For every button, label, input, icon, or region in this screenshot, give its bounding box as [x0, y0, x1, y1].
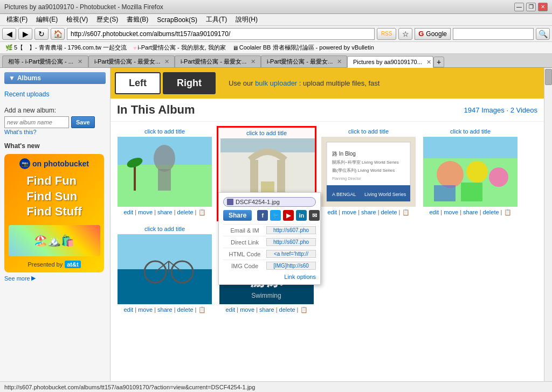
edit-link-5[interactable]: edit	[225, 306, 235, 313]
image-title-3[interactable]: click to add title	[423, 128, 518, 135]
delete-link-5[interactable]: delete	[279, 306, 295, 313]
tab-4[interactable]: Pictures by aa90109170... ✕	[347, 56, 433, 68]
email-im-value[interactable]: http://s607.pho	[266, 226, 316, 234]
ad-image: 🏖️🏔️🛍️	[9, 225, 100, 256]
back-button[interactable]: ◀	[2, 28, 16, 40]
img-code-value[interactable]: [IMG]http://s60	[266, 262, 316, 270]
image-title-0[interactable]: click to add title	[117, 128, 212, 135]
move-link-3[interactable]: move	[444, 209, 458, 215]
whats-new-title: What's new	[4, 142, 106, 150]
menu-file[interactable]: 檔案(F)	[2, 14, 32, 25]
tab-close-2[interactable]: ✕	[251, 58, 256, 65]
share-link-3[interactable]: share	[463, 209, 478, 215]
more-icon-3[interactable]: 📋	[504, 209, 512, 215]
tab-2[interactable]: i-Part愛情公寓 - 最愛女... ✕	[175, 55, 261, 67]
image-title-2[interactable]: click to add title	[321, 128, 416, 135]
twitter-icon[interactable]: 🐦	[270, 210, 281, 221]
close-button[interactable]: ✕	[538, 3, 548, 11]
scroll-thumb[interactable]	[545, 69, 552, 85]
menu-history[interactable]: 歷史(S)	[92, 14, 122, 25]
tab-1[interactable]: i-Part愛情公寓 - 最愛女... ✕	[88, 55, 175, 67]
menu-view[interactable]: 檢視(V)	[62, 14, 92, 25]
delete-link-4[interactable]: delete	[177, 306, 194, 313]
move-link-4[interactable]: move	[138, 306, 153, 313]
linkedin-icon[interactable]: in	[296, 210, 307, 221]
image-thumbnail-2[interactable]: 路 In Blog 關系列−科學室 Living World Series 廳(…	[321, 137, 416, 207]
right-nav-button[interactable]: Right	[163, 72, 216, 94]
tab-close-4[interactable]: ✕	[426, 59, 431, 66]
image-grid: click to add title edit | m	[111, 122, 544, 320]
menu-help[interactable]: 說明(H)	[231, 14, 262, 25]
bulk-uploader-link[interactable]: bulk uploader	[255, 79, 297, 87]
whats-this-link[interactable]: What's this?	[4, 129, 37, 135]
main-content: Left Right Use our bulk uploader : uploa…	[111, 68, 544, 381]
tab-close-3[interactable]: ✕	[337, 58, 342, 65]
edit-link-0[interactable]: edit	[123, 209, 133, 215]
scrollbar[interactable]	[544, 68, 552, 381]
album-stats: 1947 Images · 2 Videos	[464, 106, 537, 114]
left-nav-button[interactable]: Left	[115, 72, 161, 94]
more-icon-5[interactable]: 📋	[300, 306, 308, 313]
search-engine-button[interactable]: G Google	[415, 28, 451, 40]
more-icon-4[interactable]: 📋	[198, 306, 206, 313]
delete-link-0[interactable]: delete	[177, 209, 194, 215]
facebook-icon[interactable]: f	[257, 210, 268, 221]
menu-bookmarks[interactable]: 書籤(B)	[122, 14, 153, 25]
share-link-2[interactable]: share	[361, 209, 376, 215]
more-icon-0[interactable]: 📋	[198, 209, 206, 215]
move-link-2[interactable]: move	[342, 209, 356, 215]
email-im-row: Email & IM http://s607.pho	[223, 224, 316, 236]
bookmark-star[interactable]: ☆	[398, 28, 412, 40]
email-icon[interactable]: ✉	[309, 210, 320, 221]
svg-rect-25	[434, 185, 456, 201]
bookmark-item-coolaler[interactable]: 🖥 Coolaler BB 滑者極限討論區 - powered by vBull…	[229, 43, 377, 53]
tab-close-1[interactable]: ✕	[164, 58, 169, 65]
direct-link-value[interactable]: http://s607.pho	[266, 238, 316, 246]
new-album-input[interactable]	[4, 116, 69, 128]
link-options-link[interactable]: Link options	[223, 271, 316, 280]
image-thumbnail-0[interactable]	[118, 137, 212, 207]
delete-link-2[interactable]: delete	[381, 209, 397, 215]
tabs-bar: 相等 - i-Part愛情公寓 - ... ✕ i-Part愛情公寓 - 最愛女…	[0, 54, 552, 68]
bookmark-item-farm[interactable]: 🌿 5【 】- 青青農場 - 1796.com.tw 一起交流	[2, 43, 130, 53]
minimize-button[interactable]: —	[514, 3, 524, 11]
move-link-0[interactable]: move	[138, 209, 153, 215]
edit-link-3[interactable]: edit	[429, 209, 439, 215]
delete-link-3[interactable]: delete	[483, 209, 499, 215]
html-code-value[interactable]: <a href='http://	[266, 250, 316, 258]
edit-link-4[interactable]: edit	[123, 306, 133, 313]
tab-0[interactable]: 相等 - i-Part愛情公寓 - ... ✕	[2, 55, 88, 67]
save-album-button[interactable]: Save	[71, 116, 95, 128]
tab-close-0[interactable]: ✕	[78, 58, 82, 65]
share-link-5[interactable]: share	[259, 306, 274, 313]
bookmark-item-ipart[interactable]: ♥ i-Part愛情公寓 - 我的朋友, 我的家	[130, 43, 229, 53]
move-link-5[interactable]: move	[240, 306, 254, 313]
refresh-button[interactable]: ↻	[34, 28, 49, 40]
home-button[interactable]: 🏠	[51, 28, 65, 40]
share-link-4[interactable]: share	[157, 306, 172, 313]
ad-banner: 📷 on photobucket Find Fun Find Sun Find …	[4, 154, 104, 272]
tab-3[interactable]: i-Part愛情公寓 - 最愛女... ✕	[261, 55, 347, 67]
image-thumbnail-3[interactable]	[423, 137, 518, 207]
more-icon-2[interactable]: 📋	[402, 209, 410, 215]
address-bar[interactable]	[67, 28, 375, 40]
image-thumbnail-4[interactable]	[118, 234, 212, 304]
search-go-button[interactable]: 🔍	[536, 28, 550, 40]
rss-button[interactable]: RSS	[377, 28, 396, 40]
browser-content: ▼ Albums Recent uploads Add a new album:…	[0, 68, 552, 381]
menu-tools[interactable]: 工具(T)	[202, 14, 231, 25]
maximize-button[interactable]: ❐	[526, 3, 536, 11]
youtube-icon[interactable]: ▶	[283, 210, 294, 221]
new-tab-button[interactable]: +	[433, 57, 444, 67]
image-title-1[interactable]: click to add title	[220, 130, 313, 136]
share-button[interactable]: Share	[223, 210, 252, 221]
menu-edit[interactable]: 編輯(E)	[32, 14, 62, 25]
forward-button[interactable]: ▶	[18, 28, 32, 40]
image-title-4[interactable]: click to add title	[117, 226, 212, 232]
edit-link-2[interactable]: edit	[327, 209, 337, 215]
see-more-link[interactable]: See more ▶	[4, 275, 106, 282]
share-link-0[interactable]: share	[157, 209, 172, 215]
menu-scrapbook[interactable]: ScrapBook(S)	[153, 15, 202, 25]
recent-uploads-link[interactable]: Recent uploads	[4, 88, 106, 100]
search-input[interactable]	[453, 28, 534, 40]
